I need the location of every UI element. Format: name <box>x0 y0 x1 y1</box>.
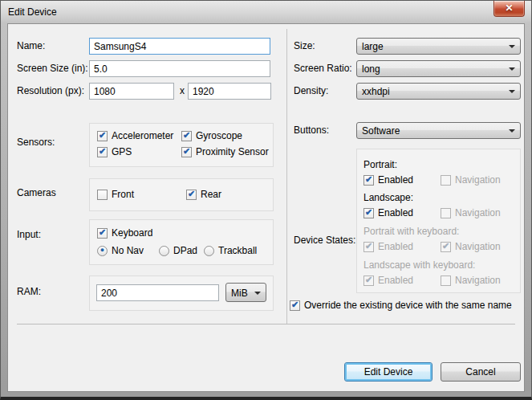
check-icon: ✔ <box>365 208 372 217</box>
checkbox-box <box>441 276 451 286</box>
radio-label: Trackball <box>218 245 257 256</box>
checkbox-box: ✔ <box>97 228 108 239</box>
footer-divider <box>17 324 515 324</box>
checkbox-box: ✔ <box>181 147 192 157</box>
sensors-label: Sensors: <box>17 137 55 149</box>
checkbox-label: Keyboard <box>112 227 152 239</box>
chevron-down-icon <box>509 90 515 93</box>
screen-ratio-label: Screen Ratio: <box>294 63 352 75</box>
close-button[interactable]: ✕ <box>493 1 525 17</box>
density-label: Density: <box>294 85 328 97</box>
portrait-keyboard-navigation-checkbox: ✔ Navigation <box>441 241 501 252</box>
ram-input[interactable] <box>96 284 219 301</box>
radio-dot-icon: ● <box>100 247 104 254</box>
checkbox-label: Navigation <box>455 241 501 252</box>
screen-size-input[interactable] <box>89 60 270 77</box>
cancel-button[interactable]: Cancel <box>441 362 521 382</box>
resolution-width-input[interactable] <box>89 83 174 100</box>
accelerometer-checkbox[interactable]: ✔ Accelerometer <box>97 130 173 141</box>
keyboard-checkbox[interactable]: ✔ Keyboard <box>97 227 152 239</box>
check-icon: ✔ <box>183 131 190 140</box>
check-icon: ✔ <box>442 242 449 251</box>
portrait-keyboard-title: Portrait with keyboard: <box>363 226 459 238</box>
radio-label: DPad <box>173 245 197 256</box>
size-select[interactable]: large <box>356 38 521 55</box>
checkbox-label: Navigation <box>455 174 501 186</box>
resolution-height-input[interactable] <box>188 83 271 100</box>
portrait-enabled-checkbox[interactable]: ✔ Enabled <box>363 174 413 186</box>
portrait-navigation-checkbox: Navigation <box>441 174 501 186</box>
close-icon: ✕ <box>505 2 513 14</box>
radio-circle <box>204 246 214 256</box>
checkbox-box: ✔ <box>290 300 300 311</box>
checkbox-label: Navigation <box>455 275 501 286</box>
override-checkbox[interactable]: ✔ Override the existing device with the … <box>290 300 512 311</box>
ram-unit-select[interactable]: MiB <box>225 283 266 302</box>
checkbox-box: ✔ <box>97 147 108 157</box>
checkbox-box <box>441 175 451 186</box>
landscape-navigation-checkbox: Navigation <box>441 207 501 218</box>
checkbox-label: Enabled <box>378 174 413 186</box>
input-group: ✔ Keyboard ● No Nav DPad Trackball <box>89 219 274 265</box>
titlebar[interactable]: Edit Device ✕ <box>1 1 531 23</box>
check-icon: ✔ <box>365 242 372 251</box>
portrait-keyboard-enabled-checkbox: ✔ Enabled <box>363 241 413 252</box>
device-states-label: Device States: <box>294 235 355 247</box>
landscape-enabled-checkbox[interactable]: ✔ Enabled <box>363 207 413 218</box>
window-title: Edit Device <box>8 6 57 18</box>
checkbox-box: ✔ <box>97 131 108 141</box>
landscape-title: Landscape: <box>363 192 413 204</box>
screen-ratio-select[interactable]: long <box>356 60 521 77</box>
density-select[interactable]: xxhdpi <box>356 83 521 100</box>
size-label: Size: <box>294 40 315 52</box>
check-icon: ✔ <box>291 300 298 309</box>
checkbox-box: ✔ <box>363 208 374 218</box>
resolution-label: Resolution (px): <box>17 85 84 97</box>
screen-ratio-value: long <box>362 63 380 76</box>
chevron-down-icon <box>509 129 515 133</box>
checkbox-box: ✔ <box>181 131 192 141</box>
chevron-down-icon <box>509 45 515 48</box>
name-label: Name: <box>17 40 45 52</box>
checkbox-label: Front <box>112 189 134 200</box>
cameras-group: Front ✔ Rear <box>89 178 274 211</box>
radio-circle <box>159 246 169 256</box>
checkbox-box: ✔ <box>363 276 374 286</box>
check-icon: ✔ <box>99 147 106 156</box>
buttons-value: Software <box>362 124 400 137</box>
input-label: Input: <box>17 229 41 241</box>
dpad-radio[interactable]: DPad <box>159 245 197 256</box>
no-nav-radio[interactable]: ● No Nav <box>97 245 144 256</box>
check-icon: ✔ <box>183 147 190 156</box>
front-camera-checkbox[interactable]: Front <box>97 189 134 200</box>
checkbox-box: ✔ <box>441 242 451 252</box>
gps-checkbox[interactable]: ✔ GPS <box>97 146 132 157</box>
checkbox-label: Override the existing device with the sa… <box>304 300 512 311</box>
sensors-group: ✔ Accelerometer ✔ Gyroscope ✔ GPS ✔ Prox… <box>89 123 274 167</box>
column-divider <box>286 29 287 324</box>
radio-circle: ● <box>97 246 108 256</box>
trackball-radio[interactable]: Trackball <box>204 245 257 256</box>
check-icon: ✔ <box>99 131 106 140</box>
landscape-keyboard-enabled-checkbox: ✔ Enabled <box>363 275 413 286</box>
resolution-separator-label: x <box>180 85 185 97</box>
checkbox-label: Accelerometer <box>112 130 173 141</box>
screen-size-label: Screen Size (in): <box>17 63 88 75</box>
edit-device-button[interactable]: Edit Device <box>344 362 433 382</box>
chevron-down-icon <box>254 292 261 295</box>
proximity-sensor-checkbox[interactable]: ✔ Proximity Sensor <box>181 146 269 157</box>
ram-group: MiB <box>89 276 274 311</box>
check-icon: ✔ <box>188 190 195 198</box>
check-icon: ✔ <box>365 276 372 284</box>
landscape-keyboard-navigation-checkbox: Navigation <box>441 275 501 286</box>
check-icon: ✔ <box>365 175 372 184</box>
name-input[interactable] <box>89 38 270 55</box>
cameras-label: Cameras <box>17 187 56 199</box>
checkbox-label: Enabled <box>378 275 413 286</box>
edit-device-dialog: Edit Device ✕ Name: Screen Size (in): Re… <box>0 0 532 400</box>
rear-camera-checkbox[interactable]: ✔ Rear <box>186 189 221 200</box>
check-icon: ✔ <box>99 228 106 237</box>
gyroscope-checkbox[interactable]: ✔ Gyroscope <box>181 130 242 141</box>
checkbox-label: Navigation <box>455 207 501 218</box>
buttons-select[interactable]: Software <box>356 122 521 139</box>
